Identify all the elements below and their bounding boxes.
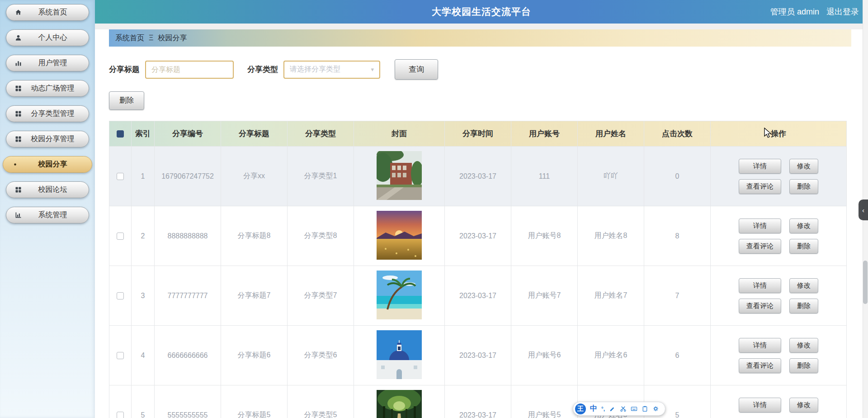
shares-table-wrap: 索引 分享编号 分享标题 分享类型 封面 分享时间 用户账号 用户姓名 点击次数…	[109, 121, 851, 418]
top-header: 大学校园生活交流平台 管理员 admin 退出登录	[95, 0, 868, 24]
user-info: 管理员 admin	[770, 6, 819, 17]
edit-button[interactable]: 修改	[789, 159, 818, 174]
row-checkbox[interactable]	[117, 352, 124, 359]
delete-row-button[interactable]: 删除	[789, 179, 818, 194]
share-type-select[interactable]: 请选择分享类型 ▾	[283, 61, 380, 79]
grid-icon	[14, 186, 22, 194]
cover-image-santorini-dome	[377, 330, 422, 379]
sidebar-item-label: 系统首页	[22, 8, 83, 17]
checkbox-cell	[109, 147, 132, 206]
cell-name: 用户姓名6	[578, 326, 644, 385]
delete-row-button[interactable]: 删除	[789, 299, 818, 314]
breadcrumb-home[interactable]: 系统首页	[115, 33, 144, 43]
header-share-title: 分享标题	[221, 121, 288, 147]
detail-button[interactable]: 详情	[739, 159, 781, 174]
cell-time: 2023-03-17	[445, 326, 511, 385]
share-type-select-placeholder: 请选择分享类型	[290, 65, 340, 74]
cover-image-sunset-field	[377, 211, 422, 260]
punctuation-icon[interactable]: °,	[601, 406, 605, 412]
header-divider	[95, 24, 868, 29]
sidebar-item-label: 分享类型管理	[22, 109, 83, 119]
grid-icon	[14, 135, 22, 143]
detail-button[interactable]: 详情	[739, 338, 781, 353]
panel-collapse-tab[interactable]: ‹	[859, 200, 868, 220]
chevron-left-icon: ‹	[862, 206, 864, 214]
sidebar-item-label: 校园论坛	[22, 185, 83, 195]
breadcrumb: 系统首页 Ξ 校园分享	[109, 29, 851, 47]
cell-index: 1	[132, 147, 155, 206]
cell-cover	[354, 206, 445, 266]
sidebar-item-label: 校园分享管理	[22, 134, 83, 144]
logout-link[interactable]: 退出登录	[826, 6, 859, 17]
row-checkbox[interactable]	[117, 292, 124, 299]
sidebar-item-campus-share-management[interactable]: 校园分享管理	[6, 131, 89, 147]
header-checkbox-cell	[109, 121, 132, 147]
delete-row-button[interactable]: 删除	[789, 358, 818, 373]
view-comments-button[interactable]: 查看评论	[739, 239, 781, 254]
sidebar-item-personal-center[interactable]: 个人中心	[6, 29, 89, 46]
table-row: 5 5555555555 分享标题5 分享类型5	[109, 385, 847, 418]
cell-account: 111	[511, 147, 578, 206]
cell-clicks: 7	[644, 266, 711, 326]
checkbox-cell	[109, 326, 132, 385]
sidebar-item-share-type-management[interactable]: 分享类型管理	[6, 105, 89, 122]
cell-operations: 详情 修改 查看评论 删除	[711, 147, 847, 206]
batch-delete-button[interactable]: 删除	[109, 91, 144, 110]
select-all-checkbox[interactable]	[117, 130, 124, 138]
cell-name: 用户姓名8	[578, 206, 644, 266]
share-title-input[interactable]	[145, 61, 234, 79]
sidebar-item-user-management[interactable]: 用户管理	[6, 55, 89, 71]
clipboard-icon[interactable]	[642, 405, 648, 412]
cover-image-forest-path	[377, 390, 422, 418]
scissors-icon[interactable]	[620, 405, 627, 412]
cell-type: 分享类型1	[288, 147, 354, 206]
detail-button[interactable]: 详情	[739, 278, 781, 293]
cell-index: 2	[132, 206, 155, 266]
cell-share-id: 7777777777	[155, 266, 221, 326]
cell-clicks: 8	[644, 206, 711, 266]
settings-icon[interactable]	[652, 405, 659, 412]
ime-logo[interactable]: 王	[575, 404, 586, 414]
cell-cover	[354, 326, 445, 385]
ime-chinese-mode[interactable]: 中	[590, 404, 597, 413]
delete-row-button[interactable]: 删除	[789, 239, 818, 254]
cell-title: 分享标题8	[221, 206, 288, 266]
header-index: 索引	[132, 121, 155, 147]
sidebar-item-campus-share[interactable]: 校园分享	[3, 156, 92, 173]
header-user-name: 用户姓名	[578, 121, 644, 147]
cell-time: 2023-03-17	[445, 266, 511, 326]
edit-button[interactable]: 修改	[789, 218, 818, 233]
detail-button[interactable]: 详情	[739, 218, 781, 233]
cell-share-id: 6666666666	[155, 326, 221, 385]
sidebar-item-label: 动态广场管理	[22, 84, 83, 93]
sidebar-item-campus-forum[interactable]: 校园论坛	[6, 181, 89, 198]
search-bar: 分享标题 分享类型 请选择分享类型 ▾ 查询	[109, 59, 851, 80]
edit-button[interactable]: 修改	[789, 338, 818, 353]
chevron-down-icon: ▾	[371, 66, 374, 73]
stats-icon	[14, 211, 22, 219]
pen-icon[interactable]	[609, 405, 616, 412]
sidebar-item-system-management[interactable]: 系统管理	[6, 207, 89, 223]
home-icon	[14, 9, 22, 16]
edit-button[interactable]: 修改	[789, 278, 818, 293]
ime-toolbar: 王 中 °,	[573, 402, 665, 416]
row-checkbox[interactable]	[117, 412, 124, 418]
user-icon	[14, 34, 22, 42]
breadcrumb-separator-icon: Ξ	[149, 34, 153, 42]
view-comments-button[interactable]: 查看评论	[739, 179, 781, 194]
row-checkbox[interactable]	[117, 173, 124, 180]
grid-icon	[14, 85, 22, 92]
edit-button[interactable]: 修改	[789, 398, 818, 413]
query-button[interactable]: 查询	[395, 59, 438, 80]
keyboard-icon[interactable]	[631, 405, 637, 412]
sidebar-item-home[interactable]: 系统首页	[6, 4, 89, 21]
view-comments-button[interactable]: 查看评论	[739, 358, 781, 373]
view-comments-button[interactable]: 查看评论	[739, 299, 781, 314]
scrollbar-thumb[interactable]	[863, 261, 868, 304]
row-checkbox[interactable]	[117, 233, 124, 240]
checkbox-cell	[109, 266, 132, 326]
cell-type: 分享类型6	[288, 326, 354, 385]
detail-button[interactable]: 详情	[739, 398, 781, 413]
cell-type: 分享类型5	[288, 385, 354, 418]
sidebar-item-dynamic-square-management[interactable]: 动态广场管理	[6, 80, 89, 97]
